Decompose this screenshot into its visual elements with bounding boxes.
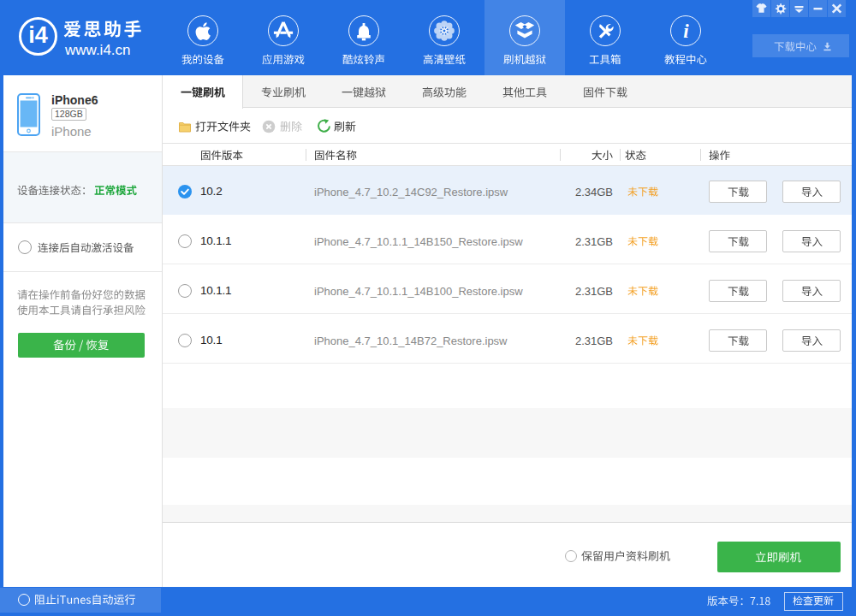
svg-text:i: i xyxy=(683,21,689,42)
